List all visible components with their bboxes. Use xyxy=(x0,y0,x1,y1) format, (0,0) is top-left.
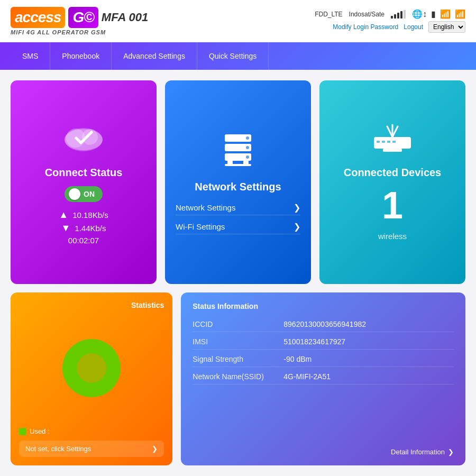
svg-point-10 xyxy=(246,136,249,140)
network-settings-link[interactable]: Network Settings ❯ xyxy=(176,200,300,215)
nav-sms[interactable]: SMS xyxy=(11,42,50,70)
connected-devices-title: Connected Devices xyxy=(344,167,442,179)
toggle-label: ON xyxy=(84,190,95,198)
language-select[interactable]: English xyxy=(428,21,465,33)
signal-bars xyxy=(391,10,406,19)
signal-bar-1 xyxy=(391,16,393,19)
signal-strength-row: Signal Strength -90 dBm xyxy=(193,352,454,367)
stats-footer-chevron: ❯ xyxy=(152,445,158,453)
stats-legend: Used : xyxy=(19,427,164,435)
wifi-settings-link[interactable]: Wi-Fi Settings ❯ xyxy=(176,219,300,234)
operator-name: Indosat/Sate xyxy=(349,11,385,18)
network-settings-title: Network Settings xyxy=(195,181,281,193)
upload-speed: 10.18Kb/s xyxy=(72,210,108,219)
signal-bar-5 xyxy=(404,10,406,19)
statistics-card: Statistics Used : Not set, click Setting… xyxy=(11,292,172,465)
legend-label: Used : xyxy=(30,427,50,435)
main-content: Connect Status ON ▲ 10.18Kb/s ▼ 1.44Kb/s… xyxy=(0,70,476,476)
svg-rect-9 xyxy=(225,164,251,166)
connect-status-title: Connect Status xyxy=(45,167,123,179)
logo-subtitle: MIFI 4G ALL OPERATOR GSM xyxy=(11,29,148,35)
device-count: 1 xyxy=(382,186,403,224)
connection-timer: 00:02:07 xyxy=(68,236,99,245)
signal-bar-2 xyxy=(394,14,396,19)
device-icon: 📶 xyxy=(455,9,465,19)
iccid-label: ICCID xyxy=(193,320,277,328)
header-right: FDD_LTE Indosat/Sate 🌐↕ ▮ 📶 📶 Modify xyxy=(315,9,465,33)
wifi-icon: 📶 xyxy=(440,9,451,19)
donut-container xyxy=(19,315,164,422)
logo-go-text: G© xyxy=(68,7,98,28)
modify-password-link[interactable]: Modify Login Password xyxy=(333,23,398,31)
imsi-label: IMSI xyxy=(193,337,277,346)
stats-title: Statistics xyxy=(19,301,164,309)
status-info-card: Status Information ICCID 896201300036569… xyxy=(181,292,465,465)
signal-bar-4 xyxy=(400,11,402,19)
donut-chart xyxy=(54,331,129,405)
cloud-check-icon xyxy=(62,120,105,159)
device-label: wireless xyxy=(378,232,407,241)
nav-bar: SMS Phonebook Advanced Settings Quick Se… xyxy=(0,42,476,70)
svg-rect-19 xyxy=(392,141,396,143)
chevron-right-icon-1: ❯ xyxy=(294,203,300,213)
toggle-switch[interactable]: ON xyxy=(65,186,103,202)
logo-brand: access G© MFA 001 xyxy=(11,7,148,28)
logo-model-text: MFA 001 xyxy=(102,11,148,24)
cards-row-1: Connect Status ON ▲ 10.18Kb/s ▼ 1.44Kb/s… xyxy=(11,80,465,284)
upload-arrow-icon: ▲ xyxy=(59,209,68,221)
logout-link[interactable]: Logout xyxy=(404,23,423,31)
stats-footer-label: Not set, click Settings xyxy=(25,445,91,453)
ssid-value: 4G-MIFI-2A51 xyxy=(283,372,331,381)
network-type: FDD_LTE xyxy=(315,11,342,18)
header-links: Modify Login Password Logout English xyxy=(333,21,465,33)
ssid-label: Network Name(SSID) xyxy=(193,372,277,381)
logo-area: access G© MFA 001 MIFI 4G ALL OPERATOR G… xyxy=(11,7,148,35)
svg-rect-15 xyxy=(383,149,402,152)
toggle-knob xyxy=(69,188,80,200)
connected-devices-card: Connected Devices 1 wireless xyxy=(319,80,465,284)
iccid-row: ICCID 89620130003656941982 xyxy=(193,317,454,332)
download-speed: 1.44Kb/s xyxy=(75,224,106,233)
svg-rect-16 xyxy=(377,141,380,143)
svg-point-24 xyxy=(77,353,106,383)
detail-label: Detail Information xyxy=(391,448,445,456)
signal-bar-3 xyxy=(397,13,399,19)
ssid-row: Network Name(SSID) 4G-MIFI-2A51 xyxy=(193,369,454,385)
download-arrow-icon: ▼ xyxy=(61,223,70,234)
network-links: Network Settings ❯ Wi-Fi Settings ❯ xyxy=(176,200,300,234)
svg-rect-18 xyxy=(387,141,390,143)
signal-strength-label: Signal Strength xyxy=(193,355,277,363)
server-icon xyxy=(219,130,257,173)
svg-point-12 xyxy=(246,155,249,159)
header: access G© MFA 001 MIFI 4G ALL OPERATOR G… xyxy=(0,0,476,42)
status-icons: 🌐↕ ▮ 📶 📶 xyxy=(412,9,465,19)
detail-information-link[interactable]: Detail Information ❯ xyxy=(193,443,454,456)
signal-strength-value: -90 dBm xyxy=(283,355,312,363)
status-info-title: Status Information xyxy=(193,302,454,310)
stats-footer[interactable]: Not set, click Settings ❯ xyxy=(19,441,164,457)
nav-phonebook[interactable]: Phonebook xyxy=(50,42,112,70)
nav-quick-settings[interactable]: Quick Settings xyxy=(197,42,269,70)
globe-icon: 🌐↕ xyxy=(412,9,427,19)
svg-point-11 xyxy=(246,146,249,149)
router-icon xyxy=(371,124,414,159)
detail-chevron-icon: ❯ xyxy=(448,448,454,456)
legend-dot xyxy=(19,428,26,435)
imsi-row: IMSI 510018234617927 xyxy=(193,334,454,350)
info-row: Statistics Used : Not set, click Setting… xyxy=(11,292,465,465)
iccid-value: 89620130003656941982 xyxy=(283,320,366,328)
imsi-value: 510018234617927 xyxy=(283,337,345,346)
download-speed-row: ▼ 1.44Kb/s xyxy=(61,223,106,234)
upload-speed-row: ▲ 10.18Kb/s xyxy=(59,209,108,221)
status-bar: FDD_LTE Indosat/Sate 🌐↕ ▮ 📶 📶 xyxy=(315,9,465,19)
connect-status-card: Connect Status ON ▲ 10.18Kb/s ▼ 1.44Kb/s… xyxy=(11,80,157,284)
nav-advanced-settings[interactable]: Advanced Settings xyxy=(112,42,197,70)
chevron-right-icon-2: ❯ xyxy=(294,222,300,232)
svg-rect-17 xyxy=(382,141,385,143)
network-settings-card: Network Settings Network Settings ❯ Wi-F… xyxy=(165,80,311,284)
logo-access-text: access xyxy=(11,7,65,28)
battery-icon: ▮ xyxy=(431,9,436,19)
speed-info: ▲ 10.18Kb/s ▼ 1.44Kb/s 00:02:07 xyxy=(59,209,108,245)
